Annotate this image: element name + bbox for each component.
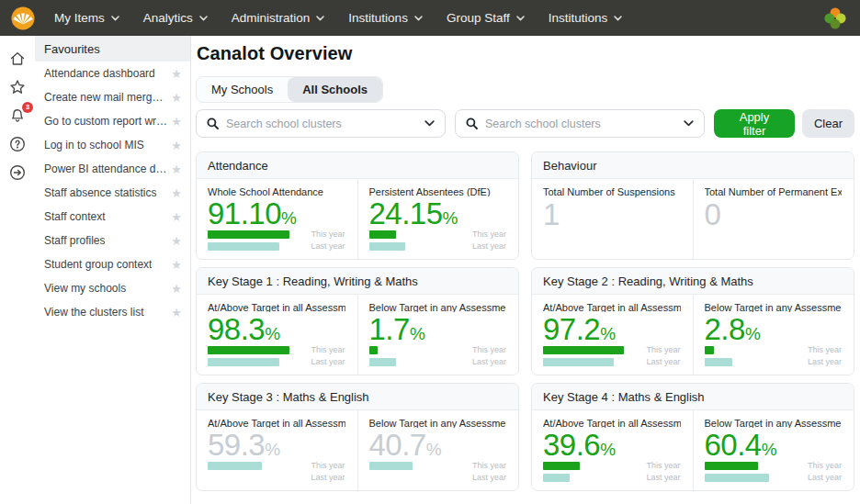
metric-label: At/Above Target in all Assessments [208,418,345,428]
metric-unit: % [600,440,616,459]
apply-filter-button[interactable]: Apply filter [714,109,795,138]
notifications-badge: 3 [22,102,33,113]
metric-value: 60.4% [705,429,843,462]
brand-sunburst-logo [11,6,35,30]
metric-bars: This year Last year [543,346,681,366]
favourites-button[interactable] [7,77,28,97]
favourite-item[interactable]: Attendance dashboard ★ [35,62,190,85]
bar-track [543,474,633,482]
chevron-down-icon [199,16,208,21]
cluster-search-input-2[interactable] [485,118,676,130]
favourite-item[interactable]: Staff context ★ [35,205,190,229]
bar-track [369,230,459,239]
metric-label: At/Above Target in all Assessments [543,418,681,428]
metric-value: 39.6% [543,429,681,462]
favourite-item[interactable]: Create new mail merge email ★ [35,85,190,109]
star-icon[interactable]: ★ [171,187,182,199]
cluster-search-1[interactable] [196,109,446,138]
card-title: Key Stage 2 : Reading, Writing & Maths [543,274,753,288]
favourite-item[interactable]: Power BI attendance dashboard ★ [35,157,190,181]
favourites-list: Attendance dashboard ★ Create new mail m… [35,62,190,324]
star-icon[interactable]: ★ [171,235,182,247]
star-icon[interactable]: ★ [171,140,182,151]
favourite-item[interactable]: View the clusters list ★ [35,300,190,324]
nav-menu-item-label: My Items [54,11,105,25]
metric-bars: This year Last year [543,462,681,482]
bar-row: This year [208,230,345,239]
bar-track [369,242,459,251]
bar-label: Last year [803,474,842,482]
help-button[interactable] [7,134,28,154]
favourite-item[interactable]: Staff absence statistics ★ [35,181,190,205]
metric-bars: This year Last year [208,346,345,366]
metric-panel: At/Above Target in all Assessments 98.3%… [197,295,357,375]
card-body: At/Above Target in all Assessments 59.3%… [197,410,518,491]
metric-value: 98.3% [208,313,345,346]
nav-menu-item[interactable]: Institutions [336,0,435,36]
app-shell: 3 Favourites Attendance dashboard ★ Crea… [0,36,860,504]
favourite-item[interactable]: Go to custom report writer ★ [35,109,190,133]
bar-fill [369,358,396,366]
favourite-item[interactable]: Staff profiles ★ [35,229,190,252]
bar-fill [543,346,624,354]
metric-unit: % [443,208,458,228]
bar-track [208,462,298,470]
metric-number: 0 [705,197,721,231]
star-icon[interactable]: ★ [171,307,182,319]
bar-row: This year [369,462,507,470]
clover-logo [823,6,847,30]
bar-label: Last year [642,358,681,366]
chevron-down-icon [614,16,622,21]
metric-number: 24.15 [369,196,443,230]
schools-tabs: My Schools All Schools [196,76,383,103]
star-icon[interactable]: ★ [171,259,182,271]
bar-row: Last year [208,358,345,366]
metric-value: 40.7% [369,429,507,462]
star-icon[interactable]: ★ [171,68,182,80]
favourite-item[interactable]: Student group context ★ [35,252,190,276]
bar-label: This year [642,346,681,354]
bar-fill [543,358,614,366]
nav-menu-item[interactable]: My Items [42,0,131,36]
star-icon[interactable]: ★ [171,163,182,175]
bar-track [369,462,459,470]
metric-value: 0 [705,198,843,231]
bar-fill [208,230,289,239]
clear-button[interactable]: Clear [802,109,854,138]
bar-label: This year [803,462,842,470]
bar-label: Last year [468,358,506,366]
nav-menu-item[interactable]: Administration [220,0,337,36]
star-icon[interactable]: ★ [171,116,182,128]
favourite-item[interactable]: Log in to school MIS ★ [35,133,190,157]
bar-label: Last year [307,358,345,366]
bar-row: Last year [369,242,507,251]
metric-number: 40.7 [369,428,426,462]
metric-unit: % [600,324,616,343]
notifications-button[interactable]: 3 [7,106,28,126]
nav-menu-item[interactable]: Group Staff [435,0,537,36]
bar-track [543,462,633,470]
tab-my-schools[interactable]: My Schools [197,77,288,102]
nav-menu-item[interactable]: Institutions [537,0,635,36]
sign-in-button[interactable] [7,162,28,183]
favourite-item[interactable]: View my schools ★ [35,276,190,300]
metric-value: 24.15% [369,197,507,230]
metric-value: 1.7% [369,313,507,346]
favourite-item-label: Staff context [44,210,106,223]
metric-unit: % [281,208,297,228]
bar-track [705,462,795,470]
search-icon [207,118,219,129]
cluster-search-input-1[interactable] [226,118,417,130]
tab-all-schools[interactable]: All Schools [288,77,382,102]
bar-label: This year [307,230,345,239]
star-icon[interactable]: ★ [171,211,182,223]
metric-value: 1 [543,198,681,231]
star-icon[interactable]: ★ [171,283,182,295]
home-button[interactable] [7,49,28,69]
star-icon[interactable]: ★ [171,92,182,104]
bar-row: This year [705,346,843,354]
metric-panel: Persistent Absentees (DfE) 24.15% This y… [357,179,519,260]
cluster-search-2[interactable] [455,109,705,138]
bar-label: This year [468,462,506,470]
nav-menu-item[interactable]: Analytics [131,0,220,36]
